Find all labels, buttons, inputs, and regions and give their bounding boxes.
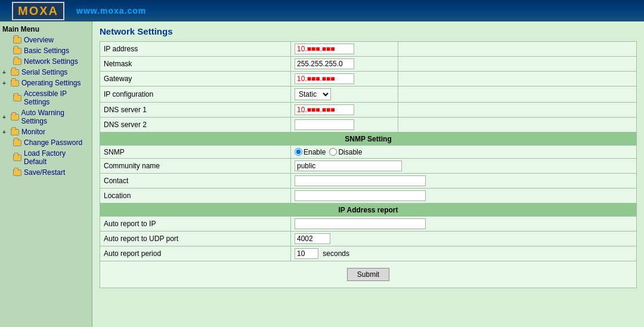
table-row-netmask: Netmask <box>100 57 637 72</box>
folder-icon <box>11 80 19 87</box>
snmp-enable-radio[interactable] <box>295 148 302 156</box>
contact-label: Contact <box>100 174 291 189</box>
ip-address-cell <box>291 42 398 57</box>
plus-icon: + <box>2 114 8 121</box>
snmp-header-label: SNMP Setting <box>100 132 637 146</box>
contact-input[interactable] <box>295 175 426 186</box>
netmask-empty <box>398 57 637 72</box>
sidebar-label-basic: Basic Settings <box>24 47 69 55</box>
netmask-cell <box>291 57 398 72</box>
location-label: Location <box>100 189 291 203</box>
auto-ip-label: Auto report to IP <box>100 217 291 232</box>
ip-address-label: IP address <box>100 42 291 57</box>
ip-config-select[interactable]: Static DHCP <box>295 88 331 100</box>
dns2-label: DNS server 2 <box>100 118 291 132</box>
ip-report-header-label: IP Address report <box>100 203 637 217</box>
sidebar-item-operating-settings[interactable]: + Operating Settings <box>0 78 92 88</box>
location-input[interactable] <box>295 190 426 201</box>
table-row-dns1: DNS server 1 <box>100 103 637 118</box>
table-row-auto-period: Auto report period seconds <box>100 246 637 261</box>
table-row-community: Community name <box>100 159 637 174</box>
sidebar-item-serial-settings[interactable]: + Serial Settings <box>0 67 92 78</box>
dns1-empty <box>398 103 637 118</box>
settings-table: IP address Netmask Gateway <box>100 41 637 288</box>
community-input[interactable] <box>295 161 402 171</box>
sidebar-label-auto-warning: Auto Warning Settings <box>21 109 89 125</box>
sidebar-label-overview: Overview <box>24 36 54 44</box>
header-url: www.moxa.com <box>76 6 146 16</box>
plus-icon: + <box>2 129 8 135</box>
layout: Main Menu Overview Basic Settings Networ… <box>0 21 644 327</box>
ip-config-empty <box>398 87 637 103</box>
folder-icon <box>13 58 21 65</box>
sidebar: Main Menu Overview Basic Settings Networ… <box>0 21 92 327</box>
table-row-snmp: SNMP Enable Disable <box>100 146 637 159</box>
auto-period-cell: seconds <box>291 246 637 261</box>
netmask-label: Netmask <box>100 57 291 72</box>
sidebar-item-save-restart[interactable]: Save/Restart <box>0 167 92 178</box>
sidebar-label-network: Network Settings <box>24 57 78 66</box>
table-row-contact: Contact <box>100 174 637 189</box>
sidebar-label-serial: Serial Settings <box>21 68 67 76</box>
snmp-cell: Enable Disable <box>291 146 637 159</box>
sidebar-item-change-password[interactable]: Change Password <box>0 137 92 148</box>
auto-period-input[interactable] <box>295 248 318 259</box>
snmp-enable-label[interactable]: Enable <box>295 148 326 156</box>
plus-icon: + <box>2 80 8 87</box>
main-menu-label: Main Menu <box>2 25 39 33</box>
snmp-disable-radio[interactable] <box>329 148 337 156</box>
snmp-section-header: SNMP Setting <box>100 132 637 146</box>
folder-icon <box>13 48 21 54</box>
page-title: Network Settings <box>100 26 637 36</box>
folder-icon <box>13 37 21 44</box>
auto-ip-cell <box>291 217 637 232</box>
main-content: Network Settings IP address Netmask Ga <box>92 21 644 327</box>
auto-period-label: Auto report period <box>100 246 291 261</box>
sidebar-label-factory: Load Factory Default <box>24 149 89 166</box>
table-row-gateway: Gateway <box>100 72 637 87</box>
snmp-enable-text: Enable <box>304 148 326 156</box>
gateway-input[interactable] <box>295 73 354 84</box>
header: MOXA www.moxa.com <box>0 0 644 21</box>
community-label: Community name <box>100 159 291 174</box>
dns1-cell <box>291 103 398 118</box>
snmp-radio-group: Enable Disable <box>295 148 633 156</box>
folder-icon <box>13 155 21 161</box>
community-cell <box>291 159 637 174</box>
submit-button[interactable]: Submit <box>347 268 389 281</box>
table-row-ip-address: IP address <box>100 42 637 57</box>
seconds-label: seconds <box>323 249 349 258</box>
sidebar-label-save: Save/Restart <box>24 168 65 177</box>
submit-row: Submit <box>104 263 633 286</box>
gateway-label: Gateway <box>100 72 291 87</box>
auto-udp-input[interactable] <box>295 233 330 244</box>
sidebar-item-load-factory[interactable]: Load Factory Default <box>0 148 92 167</box>
table-row-location: Location <box>100 189 637 203</box>
table-row-auto-udp: Auto report to UDP port <box>100 232 637 246</box>
sidebar-item-basic-settings[interactable]: Basic Settings <box>0 45 92 56</box>
dns2-cell <box>291 118 398 132</box>
sidebar-item-accessible-ip[interactable]: Accessible IP Settings <box>0 88 92 107</box>
ip-address-input[interactable] <box>295 44 354 54</box>
snmp-disable-label[interactable]: Disable <box>329 148 362 156</box>
auto-ip-input[interactable] <box>295 218 426 229</box>
sidebar-item-overview[interactable]: Overview <box>0 35 92 45</box>
folder-icon <box>11 114 19 121</box>
table-row-dns2: DNS server 2 <box>100 118 637 132</box>
dns2-input[interactable] <box>295 119 354 130</box>
auto-udp-label: Auto report to UDP port <box>100 232 291 246</box>
sidebar-item-network-settings[interactable]: Network Settings <box>0 56 92 67</box>
dns1-input[interactable] <box>295 104 354 115</box>
table-row-auto-ip: Auto report to IP <box>100 217 637 232</box>
folder-icon <box>11 69 19 76</box>
folder-icon <box>13 140 21 146</box>
ip-report-section-header: IP Address report <box>100 203 637 217</box>
sidebar-main-menu: Main Menu <box>0 24 92 35</box>
folder-icon <box>13 169 21 176</box>
ip-address-empty <box>398 42 637 57</box>
netmask-input[interactable] <box>295 58 354 69</box>
plus-icon: + <box>2 69 8 76</box>
sidebar-item-auto-warning[interactable]: + Auto Warning Settings <box>0 107 92 127</box>
sidebar-label-monitor: Monitor <box>21 128 45 136</box>
sidebar-item-monitor[interactable]: + Monitor <box>0 127 92 137</box>
